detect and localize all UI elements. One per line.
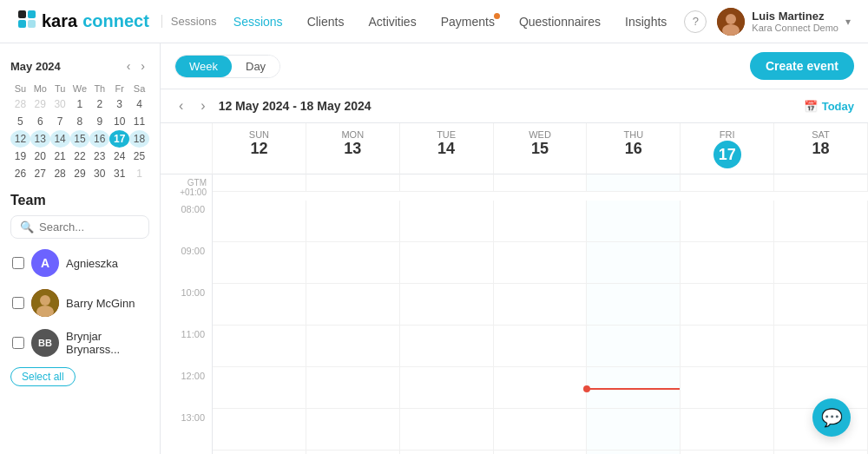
- cal-day-11[interactable]: 11: [129, 113, 149, 130]
- create-event-button[interactable]: Create event: [750, 52, 854, 80]
- cal-day-28[interactable]: 28: [10, 95, 30, 113]
- cal-day-15[interactable]: 15: [70, 130, 90, 148]
- cal-day-5[interactable]: 5: [10, 113, 30, 130]
- time-cell-14:00-day1[interactable]: [306, 451, 400, 454]
- cal-day-30[interactable]: 30: [50, 95, 70, 113]
- nav-insights[interactable]: Insights: [615, 10, 677, 34]
- cal-day-25[interactable]: 25: [129, 148, 149, 165]
- time-cell-08:00-day6[interactable]: [774, 201, 868, 242]
- time-cell-11:00-day1[interactable]: [306, 326, 400, 367]
- mini-cal-prev[interactable]: ‹: [122, 57, 135, 75]
- cal-day-29[interactable]: 29: [30, 95, 50, 113]
- cal-day-9[interactable]: 9: [89, 113, 109, 130]
- week-view-button[interactable]: Week: [175, 56, 232, 77]
- cal-day-6[interactable]: 6: [30, 113, 50, 130]
- time-cell-12:00-day5[interactable]: [681, 367, 774, 409]
- cal-day-18[interactable]: 18: [129, 130, 149, 148]
- time-cell-08:00-day2[interactable]: [400, 201, 494, 242]
- time-cell-14:00-day2[interactable]: [400, 451, 494, 454]
- team-checkbox-brynjar[interactable]: [12, 337, 24, 349]
- mini-cal-next[interactable]: ›: [136, 57, 149, 75]
- time-cell-09:00-day6[interactable]: [774, 242, 868, 284]
- time-cell-13:00-day0[interactable]: [213, 409, 306, 451]
- team-search-input[interactable]: [39, 220, 140, 234]
- time-cell-13:00-day5[interactable]: [681, 409, 774, 451]
- cal-day-29[interactable]: 29: [70, 165, 90, 182]
- time-cell-12:00-day2[interactable]: [400, 367, 494, 409]
- cal-day-22[interactable]: 22: [70, 148, 90, 165]
- time-cell-08:00-day3[interactable]: [494, 201, 588, 242]
- nav-activities[interactable]: Activities: [358, 10, 426, 34]
- time-cell-13:00-day1[interactable]: [306, 409, 400, 451]
- cal-day-21[interactable]: 21: [50, 148, 70, 165]
- time-cell-10:00-day2[interactable]: [400, 284, 494, 326]
- time-cell-11:00-day6[interactable]: [774, 326, 868, 367]
- cal-day-26[interactable]: 26: [10, 165, 30, 182]
- time-cell-09:00-day2[interactable]: [400, 242, 494, 284]
- time-cell-11:00-day3[interactable]: [494, 326, 588, 367]
- time-cell-14:00-day0[interactable]: [213, 451, 306, 454]
- time-cell-13:00-day2[interactable]: [400, 409, 494, 451]
- cal-day-10[interactable]: 10: [109, 113, 129, 130]
- nav-payments[interactable]: Payments: [431, 10, 505, 34]
- team-checkbox-agnieszka[interactable]: [12, 257, 24, 269]
- time-cell-12:00-day3[interactable]: [494, 367, 588, 409]
- time-cell-11:00-day0[interactable]: [213, 326, 306, 367]
- cal-day-8[interactable]: 8: [70, 113, 90, 130]
- cal-day-20[interactable]: 20: [30, 148, 50, 165]
- cal-day-13[interactable]: 13: [30, 130, 50, 148]
- time-cell-10:00-day5[interactable]: [681, 284, 774, 326]
- time-cell-08:00-day1[interactable]: [306, 201, 400, 242]
- time-cell-09:00-day5[interactable]: [681, 242, 774, 284]
- time-cell-13:00-day3[interactable]: [494, 409, 588, 451]
- time-cell-10:00-day1[interactable]: [306, 284, 400, 326]
- cal-day-1[interactable]: 1: [70, 95, 90, 113]
- next-week-button[interactable]: ›: [196, 96, 209, 115]
- time-cell-10:00-day0[interactable]: [213, 284, 306, 326]
- cal-day-2[interactable]: 2: [89, 95, 109, 113]
- time-cell-08:00-day4[interactable]: [587, 201, 681, 242]
- time-cell-14:00-day3[interactable]: [494, 451, 588, 454]
- cal-day-17[interactable]: 17: [109, 130, 129, 148]
- nav-questionnaires[interactable]: Questionnaires: [509, 10, 611, 34]
- time-cell-09:00-day3[interactable]: [494, 242, 588, 284]
- day-view-button[interactable]: Day: [232, 56, 279, 77]
- today-button[interactable]: 📅 Today: [804, 100, 854, 113]
- time-cell-11:00-day4[interactable]: [587, 326, 681, 367]
- cal-day-19[interactable]: 19: [10, 148, 30, 165]
- time-cell-10:00-day3[interactable]: [494, 284, 588, 326]
- time-cell-09:00-day0[interactable]: [213, 242, 306, 284]
- select-all-button[interactable]: Select all: [10, 367, 76, 386]
- cal-day-4[interactable]: 4: [129, 95, 149, 113]
- nav-clients[interactable]: Clients: [297, 10, 355, 34]
- cal-day-12[interactable]: 12: [10, 130, 30, 148]
- week-grid-container[interactable]: SUN12MON13TUE14WED15THU16FRI17SAT18GTM +…: [161, 123, 868, 454]
- chat-button[interactable]: 💬: [812, 398, 851, 437]
- prev-week-button[interactable]: ‹: [174, 96, 187, 115]
- team-checkbox-barry[interactable]: [12, 297, 24, 309]
- time-cell-12:00-day0[interactable]: [213, 367, 306, 409]
- cal-day-23[interactable]: 23: [89, 148, 109, 165]
- time-cell-08:00-day0[interactable]: [213, 201, 306, 242]
- time-cell-12:00-day4[interactable]: [587, 367, 681, 409]
- time-cell-08:00-day5[interactable]: [681, 201, 774, 242]
- time-cell-11:00-day2[interactable]: [400, 326, 494, 367]
- cal-day-30[interactable]: 30: [89, 165, 109, 182]
- time-cell-12:00-day1[interactable]: [306, 367, 400, 409]
- cal-day-7[interactable]: 7: [50, 113, 70, 130]
- cal-day-1[interactable]: 1: [129, 165, 149, 182]
- user-menu[interactable]: Luis Martinez Kara Connect Demo ▾: [717, 8, 851, 36]
- help-button[interactable]: ?: [684, 10, 707, 33]
- cal-day-16[interactable]: 16: [89, 130, 109, 148]
- time-cell-11:00-day5[interactable]: [681, 326, 774, 367]
- time-cell-13:00-day4[interactable]: [587, 409, 681, 451]
- time-cell-09:00-day4[interactable]: [587, 242, 681, 284]
- cal-day-14[interactable]: 14: [50, 130, 70, 148]
- time-cell-14:00-day4[interactable]: [587, 451, 681, 454]
- cal-day-24[interactable]: 24: [109, 148, 129, 165]
- cal-day-31[interactable]: 31: [109, 165, 129, 182]
- time-cell-14:00-day6[interactable]: [774, 451, 868, 454]
- time-cell-10:00-day4[interactable]: [587, 284, 681, 326]
- time-cell-14:00-day5[interactable]: [681, 451, 774, 454]
- cal-day-27[interactable]: 27: [30, 165, 50, 182]
